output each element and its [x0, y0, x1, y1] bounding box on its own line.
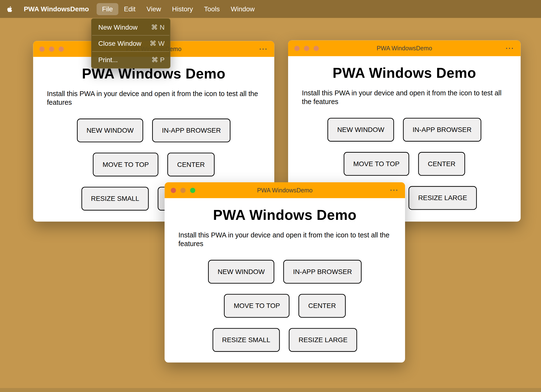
menu-item-label: New Window	[98, 23, 138, 31]
page-title: PWA Windows Demo	[178, 207, 391, 223]
menu-item-print[interactable]: Print... ⌘ P	[91, 53, 170, 66]
new-window-button[interactable]: NEW WINDOW	[328, 118, 394, 142]
button-row: MOVE TO TOP CENTER	[47, 152, 261, 176]
apple-menu-icon[interactable]	[6, 5, 14, 13]
desktop-edge	[0, 388, 541, 392]
new-window-button[interactable]: NEW WINDOW	[208, 260, 274, 283]
window-titlebar[interactable]: PWA WindowsDemo ⋯	[288, 40, 521, 56]
center-button[interactable]: CENTER	[168, 152, 215, 176]
menu-item-label: Close Window	[98, 39, 141, 47]
menu-item-shortcut: ⌘ N	[151, 23, 165, 31]
page-description: Install this PWA in your device and open…	[178, 231, 391, 248]
menubar-item-edit[interactable]: Edit	[118, 3, 141, 15]
in-app-browser-button[interactable]: IN-APP BROWSER	[283, 260, 362, 283]
menubar-item-window[interactable]: Window	[225, 3, 260, 15]
new-window-button[interactable]: NEW WINDOW	[77, 118, 143, 142]
window-titlebar[interactable]: PWA WindowsDemo ⋯	[165, 182, 405, 198]
center-button[interactable]: CENTER	[418, 152, 465, 176]
window-content: PWA Windows Demo Install this PWA in you…	[165, 207, 405, 352]
pwa-window-front-focused[interactable]: PWA WindowsDemo ⋯ PWA Windows Demo Insta…	[165, 182, 405, 362]
resize-small-button[interactable]: RESIZE SMALL	[212, 328, 280, 352]
menu-bar: PWA WindowsDemo File Edit View History T…	[0, 0, 541, 18]
page-description: Install this PWA in your device and open…	[302, 89, 507, 106]
button-row: NEW WINDOW IN-APP BROWSER	[47, 118, 261, 142]
traffic-lights	[294, 46, 319, 51]
more-options-button[interactable]: ⋯	[259, 44, 267, 54]
more-options-button[interactable]: ⋯	[505, 43, 514, 53]
minimize-button[interactable]	[180, 188, 185, 193]
menubar-item-history[interactable]: History	[167, 3, 199, 15]
traffic-lights	[39, 46, 64, 51]
menu-item-label: Print...	[98, 56, 118, 64]
resize-large-button[interactable]: RESIZE LARGE	[289, 328, 357, 352]
in-app-browser-button[interactable]: IN-APP BROWSER	[403, 118, 481, 142]
zoom-button[interactable]	[314, 46, 319, 51]
menu-item-new-window[interactable]: New Window ⌘ N	[91, 20, 170, 34]
desktop: PWA WindowsDemo File Edit View History T…	[0, 0, 541, 392]
traffic-lights	[171, 188, 195, 193]
zoom-button[interactable]	[190, 188, 195, 193]
close-button[interactable]	[171, 188, 176, 193]
window-title: PWA WindowsDemo	[165, 187, 405, 194]
file-dropdown-menu: New Window ⌘ N Close Window ⌘ W Print...…	[91, 18, 170, 69]
minimize-button[interactable]	[304, 46, 309, 51]
window-title: PWA WindowsDemo	[288, 45, 521, 52]
in-app-browser-button[interactable]: IN-APP BROWSER	[152, 118, 231, 142]
menubar-item-tools[interactable]: Tools	[198, 3, 225, 15]
button-row: NEW WINDOW IN-APP BROWSER	[302, 118, 507, 142]
button-row: MOVE TO TOP CENTER	[302, 152, 507, 176]
menubar-item-file[interactable]: File	[96, 3, 118, 15]
menu-item-close-window[interactable]: Close Window ⌘ W	[91, 37, 170, 50]
move-to-top-button[interactable]: MOVE TO TOP	[344, 152, 409, 176]
close-button[interactable]	[39, 46, 44, 51]
page-title: PWA Windows Demo	[302, 65, 507, 81]
center-button[interactable]: CENTER	[299, 294, 346, 318]
menu-separator	[92, 51, 169, 52]
zoom-button[interactable]	[59, 46, 64, 51]
menu-item-shortcut: ⌘ W	[150, 39, 165, 47]
menu-separator	[92, 35, 169, 35]
button-row: RESIZE SMALL RESIZE LARGE	[178, 328, 391, 352]
move-to-top-button[interactable]: MOVE TO TOP	[224, 294, 290, 318]
button-row: MOVE TO TOP CENTER	[178, 294, 391, 318]
menubar-item-view[interactable]: View	[141, 3, 167, 15]
close-button[interactable]	[294, 46, 299, 51]
page-description: Install this PWA in your device and open…	[47, 90, 261, 107]
resize-small-button[interactable]: RESIZE SMALL	[81, 187, 149, 210]
resize-large-button[interactable]: RESIZE LARGE	[408, 186, 477, 210]
minimize-button[interactable]	[49, 46, 54, 51]
menubar-app-name[interactable]: PWA WindowsDemo	[19, 3, 94, 15]
button-row: NEW WINDOW IN-APP BROWSER	[178, 260, 391, 283]
more-options-button[interactable]: ⋯	[390, 185, 398, 195]
move-to-top-button[interactable]: MOVE TO TOP	[93, 152, 159, 176]
menu-item-shortcut: ⌘ P	[151, 56, 164, 64]
